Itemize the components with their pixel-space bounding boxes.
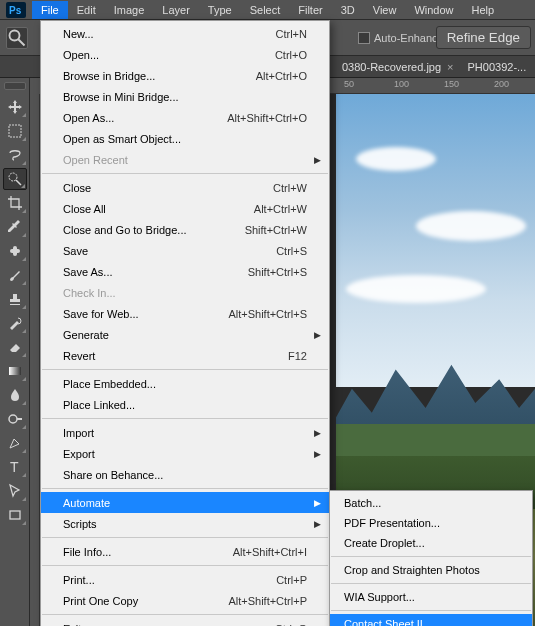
- menu-item-save-for-web[interactable]: Save for Web...Alt+Shift+Ctrl+S: [41, 303, 329, 324]
- eraser-tool[interactable]: [3, 336, 27, 358]
- submenu-item-contact-sheet-ii[interactable]: Contact Sheet II...: [330, 614, 532, 626]
- menu-item-save[interactable]: SaveCtrl+S: [41, 240, 329, 261]
- crop-tool[interactable]: [3, 192, 27, 214]
- menu-item-shortcut: Ctrl+O: [275, 49, 307, 61]
- menu-view[interactable]: View: [364, 1, 406, 19]
- panel-drag-handle[interactable]: [4, 82, 26, 90]
- menu-item-close-all[interactable]: Close AllAlt+Ctrl+W: [41, 198, 329, 219]
- menu-item-check-in: Check In...: [41, 282, 329, 303]
- ruler-tick-label: 100: [394, 79, 409, 89]
- menu-item-shortcut: F12: [288, 350, 307, 362]
- menu-image[interactable]: Image: [105, 1, 154, 19]
- menu-separator: [42, 537, 328, 538]
- submenu-item-wia-support[interactable]: WIA Support...: [330, 587, 532, 607]
- history-brush-tool[interactable]: [3, 312, 27, 334]
- menu-item-label: Save As...: [63, 266, 248, 278]
- tab-label: 0380-Recovered.jpg: [342, 61, 441, 73]
- menu-item-generate[interactable]: Generate▶: [41, 324, 329, 345]
- move-tool[interactable]: [3, 96, 27, 118]
- auto-enhance-checkbox[interactable]: Auto-Enhance: [358, 32, 444, 44]
- menu-separator: [42, 418, 328, 419]
- menu-item-open-recent: Open Recent▶: [41, 149, 329, 170]
- menu-item-label: Close and Go to Bridge...: [63, 224, 245, 236]
- menu-item-label: Close: [63, 182, 273, 194]
- refine-edge-button[interactable]: Refine Edge: [436, 26, 531, 49]
- menu-help[interactable]: Help: [463, 1, 504, 19]
- menu-item-shortcut: Ctrl+P: [276, 574, 307, 586]
- healing-tool[interactable]: [3, 240, 27, 262]
- quick-select-tool[interactable]: [3, 168, 27, 190]
- menu-item-open-as[interactable]: Open As...Alt+Shift+Ctrl+O: [41, 107, 329, 128]
- menu-type[interactable]: Type: [199, 1, 241, 19]
- svg-text:Ps: Ps: [9, 5, 22, 16]
- menu-item-print[interactable]: Print...Ctrl+P: [41, 569, 329, 590]
- stamp-tool[interactable]: [3, 288, 27, 310]
- submenu-arrow-icon: ▶: [314, 428, 321, 438]
- close-icon[interactable]: ×: [445, 61, 455, 73]
- menu-item-print-one-copy[interactable]: Print One CopyAlt+Shift+Ctrl+P: [41, 590, 329, 611]
- menu-item-label: Share on Behance...: [63, 469, 307, 481]
- menu-item-browse-in-mini-bridge[interactable]: Browse in Mini Bridge...: [41, 86, 329, 107]
- menu-item-open-as-smart-object[interactable]: Open as Smart Object...: [41, 128, 329, 149]
- menu-item-shortcut: Ctrl+Q: [275, 623, 307, 627]
- menu-item-revert[interactable]: RevertF12: [41, 345, 329, 366]
- menu-item-label: Automate: [63, 497, 307, 509]
- menu-item-new[interactable]: New...Ctrl+N: [41, 23, 329, 44]
- menu-item-open[interactable]: Open...Ctrl+O: [41, 44, 329, 65]
- photoshop-logo-icon: Ps: [6, 2, 26, 18]
- menu-item-close-and-go-to-bridge[interactable]: Close and Go to Bridge...Shift+Ctrl+W: [41, 219, 329, 240]
- menu-item-file-info[interactable]: File Info...Alt+Shift+Ctrl+I: [41, 541, 329, 562]
- pen-tool[interactable]: [3, 432, 27, 454]
- menu-edit[interactable]: Edit: [68, 1, 105, 19]
- menu-item-scripts[interactable]: Scripts▶: [41, 513, 329, 534]
- menu-item-shortcut: Ctrl+S: [276, 245, 307, 257]
- menu-layer[interactable]: Layer: [153, 1, 199, 19]
- active-tool-preset-icon[interactable]: [6, 27, 28, 49]
- menu-filter[interactable]: Filter: [289, 1, 331, 19]
- menu-3d[interactable]: 3D: [332, 1, 364, 19]
- menu-item-label: Open Recent: [63, 154, 307, 166]
- gradient-tool[interactable]: [3, 360, 27, 382]
- menu-item-automate[interactable]: Automate▶: [41, 492, 329, 513]
- rectangle-tool[interactable]: [3, 504, 27, 526]
- lasso-tool[interactable]: [3, 144, 27, 166]
- submenu-arrow-icon: ▶: [314, 498, 321, 508]
- submenu-item-pdf-presentation[interactable]: PDF Presentation...: [330, 513, 532, 533]
- menu-item-save-as[interactable]: Save As...Shift+Ctrl+S: [41, 261, 329, 282]
- menu-item-export[interactable]: Export▶: [41, 443, 329, 464]
- marquee-tool[interactable]: [3, 120, 27, 142]
- menu-window[interactable]: Window: [405, 1, 462, 19]
- eyedropper-tool[interactable]: [3, 216, 27, 238]
- submenu-item-create-droplet[interactable]: Create Droplet...: [330, 533, 532, 553]
- menu-separator: [42, 565, 328, 566]
- document-tab[interactable]: 0380-Recovered.jpg ×: [336, 58, 462, 76]
- menu-item-label: Generate: [63, 329, 307, 341]
- brush-tool[interactable]: [3, 264, 27, 286]
- menu-item-import[interactable]: Import▶: [41, 422, 329, 443]
- type-tool[interactable]: T: [3, 456, 27, 478]
- menu-item-close[interactable]: CloseCtrl+W: [41, 177, 329, 198]
- svg-point-4: [9, 173, 17, 181]
- menu-item-exit[interactable]: ExitCtrl+Q: [41, 618, 329, 626]
- menu-select[interactable]: Select: [241, 1, 290, 19]
- blur-tool[interactable]: [3, 384, 27, 406]
- menu-separator: [331, 583, 531, 584]
- menu-item-place-linked[interactable]: Place Linked...: [41, 394, 329, 415]
- menu-file[interactable]: File: [32, 1, 68, 19]
- submenu-item-crop-and-straighten-photos[interactable]: Crop and Straighten Photos: [330, 560, 532, 580]
- ruler-tick-label: 50: [344, 79, 354, 89]
- menu-item-share-on-behance[interactable]: Share on Behance...: [41, 464, 329, 485]
- checkbox-icon: [358, 32, 370, 44]
- tools-panel: T: [0, 78, 30, 626]
- submenu-item-label: Batch...: [344, 497, 381, 509]
- svg-point-8: [9, 415, 17, 423]
- menu-item-browse-in-bridge[interactable]: Browse in Bridge...Alt+Ctrl+O: [41, 65, 329, 86]
- menu-item-place-embedded[interactable]: Place Embedded...: [41, 373, 329, 394]
- path-select-tool[interactable]: [3, 480, 27, 502]
- document-tab[interactable]: PH00392-...: [462, 58, 533, 76]
- menu-item-label: Revert: [63, 350, 288, 362]
- ruler-tick-label: 150: [444, 79, 459, 89]
- dodge-tool[interactable]: [3, 408, 27, 430]
- submenu-item-batch[interactable]: Batch...: [330, 493, 532, 513]
- submenu-item-label: PDF Presentation...: [344, 517, 440, 529]
